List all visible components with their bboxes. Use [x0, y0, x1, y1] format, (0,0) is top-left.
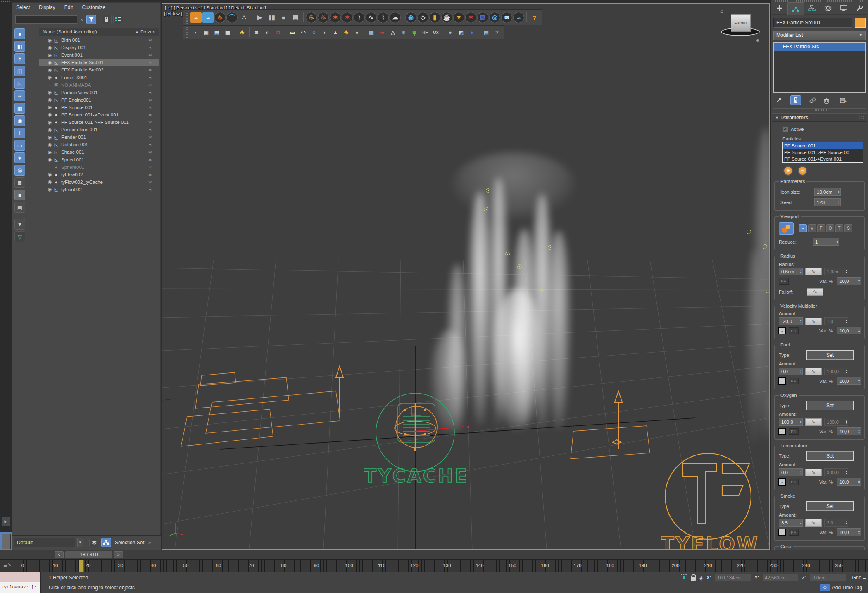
preset-clouds[interactable]: ☁: [390, 12, 401, 23]
toggle-geometry[interactable]: ●: [14, 28, 25, 39]
filter-config-button[interactable]: ▼: [14, 219, 25, 230]
gizmo-icon[interactable]: ◈: [699, 575, 703, 581]
tab-hierarchy[interactable]: [804, 2, 820, 15]
temperature-set-type-button[interactable]: Set: [807, 451, 853, 460]
frozen-toggle-icon[interactable]: ∗: [140, 59, 159, 65]
eye-icon[interactable]: ◉: [47, 157, 53, 162]
fuel-pa-button[interactable]: PA: [789, 378, 799, 384]
menu-customize[interactable]: Customize: [82, 5, 105, 13]
layer-manager-button[interactable]: [89, 538, 99, 547]
shading-cone-icon[interactable]: ▲: [331, 27, 340, 37]
render-teapot-icon[interactable]: ◗: [190, 27, 200, 37]
viewport-display-button-F[interactable]: F: [817, 224, 825, 232]
preset-burn[interactable]: ♨: [318, 12, 329, 23]
remove-particles-button[interactable]: −: [798, 166, 807, 176]
tripod-icon[interactable]: △: [388, 27, 398, 37]
shading-sphere-icon[interactable]: ●: [352, 27, 362, 37]
camera-icon[interactable]: ◙: [252, 27, 262, 37]
shading-dome-icon[interactable]: ◠: [298, 27, 308, 37]
frozen-toggle-icon[interactable]: ∗: [140, 134, 159, 140]
target-camera-icon[interactable]: ◐: [262, 27, 272, 37]
molecule-icon[interactable]: ∞: [377, 27, 387, 37]
add-time-tag-label[interactable]: Add Time Tag: [832, 585, 862, 591]
stack-item-ffx-particle-src[interactable]: FFX Particle Src: [774, 43, 865, 51]
viewcube[interactable]: ⌂ FRONT: [720, 6, 761, 42]
smoke-set-type-button[interactable]: Set: [807, 502, 853, 511]
particles-list-item[interactable]: PF Source 001->Event 001: [783, 156, 863, 162]
list-item[interactable]: ◉◺Speed 001∗: [39, 156, 159, 164]
toggle-frozen[interactable]: ∗: [14, 152, 25, 163]
toggle-xrefs[interactable]: ◉: [14, 115, 25, 126]
temperature-amount-spinner[interactable]: 0,0▴▾: [779, 468, 803, 476]
smoke-amount-spinner[interactable]: 3,5▴▾: [779, 519, 803, 527]
preset-ocean[interactable]: ≈: [513, 12, 524, 23]
preset-coffee[interactable]: ☕: [441, 12, 452, 23]
filter-button[interactable]: ▽: [14, 231, 25, 242]
blank-button[interactable]: ■: [14, 190, 25, 200]
frozen-toggle-icon[interactable]: ∗: [140, 164, 159, 170]
list-item[interactable]: ◉◺Shape 001∗: [39, 148, 159, 156]
list-item[interactable]: ◉◺PF Engine001∗: [39, 96, 159, 104]
smoke-minus-button[interactable]: -: [779, 529, 785, 536]
smoke-curve-button[interactable]: ∿: [805, 519, 822, 527]
properties-button[interactable]: ▤: [14, 202, 25, 213]
velocity-minus-button[interactable]: -: [779, 327, 785, 334]
list-item[interactable]: ◉◺Particle View 001∗: [39, 89, 159, 96]
light-icon[interactable]: ☀: [237, 27, 247, 37]
particle-helper-marker[interactable]: [548, 245, 552, 250]
frozen-toggle-icon[interactable]: ∗: [140, 75, 159, 81]
frozen-toggle-icon[interactable]: ∗: [140, 82, 159, 88]
prev-frame-button[interactable]: <: [55, 551, 64, 558]
sort-mode-button[interactable]: ≣: [14, 177, 25, 188]
fuel-amount-spinner[interactable]: 0,0▴▾: [779, 368, 803, 375]
shading-glow-icon[interactable]: ○: [309, 27, 319, 37]
search-input[interactable]: [15, 15, 77, 24]
hairfarm-icon[interactable]: HF: [420, 27, 430, 37]
list-item[interactable]: ◉◺Display 001∗: [39, 44, 159, 51]
particle-helper-marker[interactable]: [505, 252, 510, 256]
preset-blast[interactable]: ✶: [330, 12, 341, 23]
perspective-viewport[interactable]: x Y [ + ] [ Perspective ] [ Standard ] […: [162, 3, 770, 550]
listener-panel-icon[interactable]: ▤: [481, 27, 491, 37]
shading-plane-icon[interactable]: ▭: [288, 27, 297, 37]
eye-icon[interactable]: ◉: [47, 135, 53, 140]
smoke-var-spinner[interactable]: 10,0▴▾: [837, 528, 861, 536]
particles-list-item[interactable]: PF Source 001: [783, 142, 863, 149]
frozen-toggle-icon[interactable]: ∗: [140, 67, 159, 73]
particles-icon[interactable]: ∴: [238, 12, 250, 23]
list-item[interactable]: ◉◺Birth 001∗: [39, 36, 159, 44]
eye-icon[interactable]: ◉: [47, 149, 53, 155]
list-item[interactable]: ●●Sphere001∗: [39, 164, 159, 171]
column-frozen[interactable]: Frozen: [140, 29, 159, 34]
video-camera-icon[interactable]: ◘: [273, 27, 283, 37]
find-filter-button[interactable]: [86, 15, 96, 24]
help-circle-icon[interactable]: ?: [492, 27, 502, 37]
list-item[interactable]: ◉◺FFX Particle Src002∗: [39, 66, 159, 74]
frozen-toggle-icon[interactable]: ∗: [140, 45, 159, 50]
falloff-curve-button[interactable]: ∿: [807, 288, 823, 296]
velocity-amount-spinner[interactable]: -20,0▴▾: [779, 317, 803, 325]
eye-icon[interactable]: ◉: [47, 97, 53, 102]
frozen-toggle-icon[interactable]: ∗: [140, 172, 159, 178]
particle-helper-marker[interactable]: [766, 289, 770, 293]
temperature-var-spinner[interactable]: 10,0▴▾: [837, 478, 861, 486]
parameters-rollout-header[interactable]: ▼ Parameters ∷∷: [772, 113, 867, 122]
fuel-minus-button[interactable]: -: [779, 378, 785, 384]
oxygen-set-type-button[interactable]: Set: [807, 401, 853, 410]
frozen-toggle-icon[interactable]: ∗: [140, 142, 159, 147]
viewport-display-button-S[interactable]: S: [844, 224, 852, 232]
frozen-toggle-icon[interactable]: ∗: [140, 187, 159, 192]
preset-fire[interactable]: ♨: [306, 12, 317, 23]
eye-icon[interactable]: ◉: [47, 75, 53, 80]
frozen-toggle-icon[interactable]: ∗: [140, 112, 159, 118]
preset-splash[interactable]: ✶: [465, 12, 476, 23]
particle-helper-marker[interactable]: [747, 230, 751, 234]
particle-helper-marker[interactable]: [763, 244, 767, 249]
remove-modifier-button[interactable]: [821, 95, 832, 105]
toggle-bones[interactable]: ✛: [14, 128, 25, 138]
eye-icon[interactable]: ◉: [47, 112, 53, 117]
eye-icon[interactable]: ◉: [47, 52, 53, 58]
list-item[interactable]: ◉●PF Source 001->Event 001∗: [39, 111, 159, 119]
velocity-curve-button[interactable]: ∿: [805, 318, 822, 325]
viewport-display-button--[interactable]: -: [799, 224, 807, 232]
